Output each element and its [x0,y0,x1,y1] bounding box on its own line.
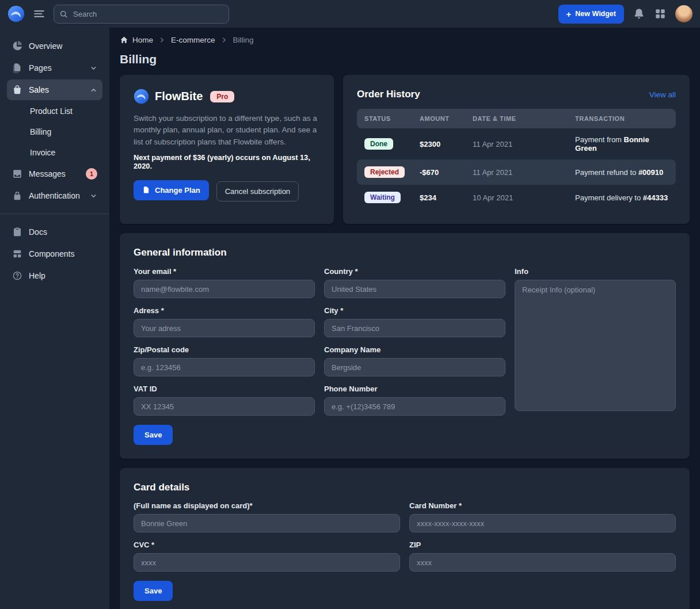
breadcrumb-ecommerce[interactable]: E-commerce [171,36,215,44]
sidebar-item-docs[interactable]: Docs [7,222,102,242]
chevron-down-icon [90,192,97,200]
form-column-info: Info [515,267,676,424]
cell-status: Done [357,128,412,159]
new-widget-button[interactable]: + New Widget [558,5,625,24]
subscription-card: FlowBite Pro Switch your subscription to… [120,75,334,224]
brand-row: FlowBite Pro [134,89,320,104]
card-details-title: Card details [134,482,676,493]
cell-amount: $234 [412,185,465,210]
cell-status: Waiting [357,185,412,210]
table-row: Rejected -$670 11 Apr 2021 Payment refun… [357,159,676,185]
general-information-title: General information [134,247,676,258]
sidebar-item-help[interactable]: Help [7,265,102,286]
cell-status: Rejected [357,159,412,185]
sidebar-item-sales[interactable]: Sales [7,79,102,100]
top-cards-row: FlowBite Pro Switch your subscription to… [120,75,690,224]
sidebar-item-authentication[interactable]: Authentication [7,185,102,206]
card-zip-field[interactable] [409,553,676,572]
sidebar-item-label: Invoice [30,148,55,157]
breadcrumb-home-label: Home [132,36,153,44]
sidebar-item-label: Docs [29,227,47,237]
save-button[interactable]: Save [134,581,173,601]
status-badge: Rejected [364,166,405,178]
field-label: Phone Number [324,385,505,393]
sidebar-item-label: Product List [30,106,73,116]
field-label: (Full name as displayed on card)* [134,501,400,510]
sidebar-item-overview[interactable]: Overview [7,36,102,56]
chevron-down-icon [90,64,97,72]
hamburger-icon[interactable] [33,7,45,20]
sidebar-item-product-list[interactable]: Product List [7,101,102,121]
pro-badge: Pro [210,91,234,102]
breadcrumb: Home E-commerce Billing [120,35,690,45]
flowbite-logo-icon[interactable] [7,5,25,22]
apps-grid-icon[interactable] [654,7,667,20]
table-row: Done $2300 11 Apr 2021 Payment from Bonn… [357,128,676,159]
search-input[interactable] [54,5,229,24]
docs-icon [12,227,22,237]
field-cvc: CVC * [134,541,400,572]
sidebar-item-messages[interactable]: Messages 1 [7,163,102,184]
order-history-table: STATUS AMOUNT DATE & TIME TRANSACTION Do… [357,109,676,210]
order-history-card: Order History View all STATUS AMOUNT DAT… [343,75,690,224]
general-information-card: General information Your email * Adress … [120,233,690,459]
sidebar-item-label: Pages [29,63,52,73]
email-field[interactable] [134,280,315,298]
cell-date: 11 Apr 2021 [465,159,568,185]
city-field[interactable] [324,319,505,337]
change-plan-button[interactable]: Change Plan [134,180,209,200]
shopping-bag-icon [12,85,22,95]
inbox-icon [12,169,22,179]
phone-field[interactable] [324,397,505,416]
cell-transaction: Payment from Bonnie Green [568,128,676,159]
field-label: VAT ID [134,385,315,393]
general-information-form: Your email * Adress * Zip/Postal code VA… [134,267,676,424]
cell-date: 10 Apr 2021 [465,185,568,210]
field-vat-id: VAT ID [134,385,315,416]
field-card-name: (Full name as displayed on card)* [134,501,400,532]
field-country: Country * [324,267,505,298]
home-icon [120,36,128,44]
receipt-info-textarea[interactable] [515,280,676,411]
cancel-subscription-button[interactable]: Cancel subscription [216,181,299,201]
subscription-actions: Change Plan Cancel subscription [134,180,320,202]
card-details-form: (Full name as displayed on card)* Card N… [134,501,676,580]
plus-icon: + [566,10,572,18]
sidebar-item-billing[interactable]: Billing [7,122,102,142]
breadcrumb-home[interactable]: Home [120,36,153,44]
field-label: Your email * [134,267,315,276]
sidebar-item-label: Messages [29,169,66,178]
lock-icon [12,191,22,201]
card-name-field[interactable] [134,514,400,532]
zip-field[interactable] [134,358,315,376]
view-all-link[interactable]: View all [649,90,676,99]
cell-amount: $2300 [412,128,465,159]
breadcrumb-current: Billing [233,36,254,44]
vat-field[interactable] [134,397,315,416]
help-icon [12,271,22,281]
company-field[interactable] [324,358,505,376]
avatar[interactable] [675,5,693,22]
sidebar-item-label: Components [29,249,74,258]
save-button[interactable]: Save [134,425,173,445]
sidebar-item-label: Help [29,271,45,280]
messages-count-badge: 1 [86,168,97,180]
card-number-field[interactable] [409,514,676,532]
sidebar-item-pages[interactable]: Pages [7,58,102,78]
chevron-up-icon [90,86,97,94]
page-title: Billing [120,52,690,67]
cvc-field[interactable] [134,553,400,572]
chevron-right-icon [220,36,228,44]
field-card-number: Card Number * [409,501,676,532]
cell-transaction: Payment refund to #00910 [568,159,676,185]
cell-date: 11 Apr 2021 [465,128,568,159]
bell-icon[interactable] [633,7,645,20]
sidebar-item-invoice[interactable]: Invoice [7,143,102,162]
status-badge: Done [364,138,393,150]
address-field[interactable] [134,319,315,337]
flowbite-logo-icon [134,89,149,104]
sidebar-item-components[interactable]: Components [7,243,102,264]
country-field[interactable] [324,280,505,298]
pages-icon [12,63,22,73]
column-date: DATE & TIME [465,109,568,128]
